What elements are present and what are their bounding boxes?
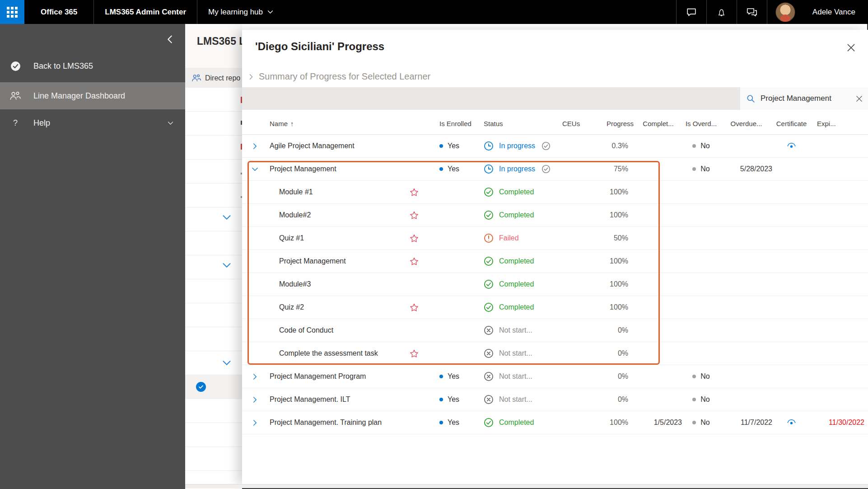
is-overdue-cell: No [682, 165, 720, 173]
column-header-progress[interactable]: Progress [580, 120, 635, 127]
course-name: Project Management Program [270, 372, 410, 381]
enrolled-dot-icon [439, 421, 443, 424]
enrolled-value: Yes [448, 395, 459, 404]
expand-chevron-icon[interactable] [252, 373, 270, 380]
clock-icon [484, 164, 494, 174]
chevron-down-icon[interactable] [222, 213, 231, 222]
check-circle-icon [484, 187, 494, 197]
clear-search-icon[interactable] [856, 95, 863, 102]
expand-chevron-icon[interactable] [252, 143, 270, 150]
is-overdue-value: No [700, 142, 709, 150]
table-row[interactable]: Code of Conduct Not start... 0% [242, 319, 868, 342]
search-input[interactable] [761, 94, 846, 103]
column-header-status[interactable]: Status [481, 120, 562, 127]
table-row[interactable]: Agile Project Management Yes In progress… [242, 135, 868, 158]
table-row[interactable]: Complete the assessment task Not start..… [242, 342, 868, 365]
expand-chevron-icon[interactable] [252, 166, 270, 173]
column-header-is-overdue[interactable]: Is Overd... [682, 120, 720, 127]
direct-reports-label[interactable]: Direct repo [205, 74, 240, 82]
check-circle-icon [484, 418, 494, 428]
overdue-dot-icon [692, 144, 696, 148]
table-row[interactable]: Module #1 Completed 100% [242, 181, 868, 204]
status-cell: Completed [481, 256, 562, 266]
office365-brand[interactable]: Office 365 [24, 0, 93, 24]
table-row[interactable]: Quiz #1 Failed 50% [242, 227, 868, 250]
app-launcher-button[interactable] [0, 0, 24, 24]
clock-icon [484, 141, 494, 151]
table-row[interactable]: Project Management. Training plan Yes Co… [242, 411, 868, 434]
column-header-expiration[interactable]: Expi... [811, 120, 868, 127]
search-icon [747, 94, 755, 103]
x-circle-icon [484, 395, 494, 404]
course-name: Project Management. ILT [270, 395, 410, 404]
progress-cell: 100% [580, 257, 635, 265]
status-cell: In progress [481, 164, 562, 174]
direct-reports-icon [191, 74, 201, 82]
notifications-button[interactable] [707, 0, 737, 24]
enrolled-value: Yes [448, 165, 459, 173]
status-label: Completed [499, 418, 534, 427]
user-name[interactable]: Adele Vance [802, 0, 868, 24]
chevron-down-icon[interactable] [222, 358, 231, 367]
progress-cell: 0.3% [580, 142, 635, 150]
view-certificate-icon[interactable] [787, 142, 796, 150]
overdue-dot-icon [692, 375, 696, 378]
background-selected-row [185, 375, 242, 399]
exclamation-circle-icon [484, 233, 494, 243]
admin-center-title[interactable]: LMS365 Admin Center [94, 0, 197, 24]
breadcrumb-label: Summary of Progress for Selected Learner [259, 71, 430, 82]
x-circle-icon [484, 371, 494, 381]
table-row[interactable]: Quiz #2 Completed 100% [242, 296, 868, 319]
enrolled-value: Yes [448, 372, 459, 381]
chevron-down-icon [267, 9, 273, 15]
required-star-icon [410, 349, 433, 358]
sidebar-collapse-button[interactable] [165, 35, 174, 46]
chevron-down-icon[interactable] [222, 261, 231, 270]
status-cell: In progress [481, 141, 562, 151]
status-label: In progress [499, 165, 535, 173]
status-label: Completed [499, 280, 534, 288]
app-window: Office 365 LMS365 Admin Center My learni… [0, 0, 868, 489]
course-name: Code of Conduct [270, 326, 410, 334]
sidebar-item-label: Back to LMS365 [33, 61, 93, 71]
column-header-enrolled[interactable]: Is Enrolled [433, 120, 481, 127]
column-header-ceus[interactable]: CEUs [562, 120, 580, 127]
view-certificate-icon[interactable] [787, 418, 796, 427]
progress-cell: 0% [580, 372, 635, 381]
column-label: Name [270, 120, 288, 127]
search-box [740, 87, 868, 110]
progress-cell: 50% [580, 234, 635, 242]
table-row[interactable]: Module#3 Completed 100% [242, 273, 868, 296]
selected-check-icon[interactable] [196, 382, 206, 392]
required-star-icon [410, 188, 433, 197]
expand-chevron-icon[interactable] [252, 396, 270, 403]
required-star-icon [410, 211, 433, 220]
course-name: Module #1 [270, 188, 410, 196]
status-cell: Not start... [481, 371, 562, 381]
progress-cell: 100% [580, 280, 635, 288]
feedback-button[interactable] [737, 0, 767, 24]
horizontal-scrollbar-track[interactable] [185, 484, 868, 488]
status-cell: Completed [481, 210, 562, 220]
sidebar-item-help[interactable]: ? Help [0, 109, 185, 136]
table-row[interactable]: Project Management. ILT Yes Not start...… [242, 388, 868, 411]
column-header-overdue[interactable]: Overdue... [720, 120, 772, 127]
chat-button[interactable] [677, 0, 706, 24]
user-avatar[interactable] [775, 2, 795, 22]
column-header-name[interactable]: Name ↑ [270, 120, 410, 127]
table-row[interactable]: Module#2 Completed 100% [242, 204, 868, 227]
table-row[interactable]: Project Management Program Yes Not start… [242, 365, 868, 388]
sidebar-item-line-manager-dashboard[interactable]: Line Manager Dashboard [0, 82, 185, 109]
status-cell: Not start... [481, 325, 562, 335]
table-row[interactable]: Project Management Completed 100% [242, 250, 868, 273]
hub-menu[interactable]: My learning hub [197, 0, 284, 24]
column-header-certificate[interactable]: Certificate [772, 120, 811, 127]
table-row[interactable]: Project Management Yes In progress 75% N… [242, 158, 868, 181]
background-page: LMS365 L Direct repo [185, 24, 242, 489]
column-header-completed[interactable]: Complet... [635, 120, 682, 127]
expand-chevron-icon[interactable] [252, 419, 270, 426]
sidebar-item-back-to-lms365[interactable]: Back to LMS365 [0, 52, 185, 80]
close-panel-button[interactable] [847, 43, 855, 52]
enrolled-dot-icon [439, 144, 443, 148]
enrolled-dot-icon [439, 398, 443, 401]
